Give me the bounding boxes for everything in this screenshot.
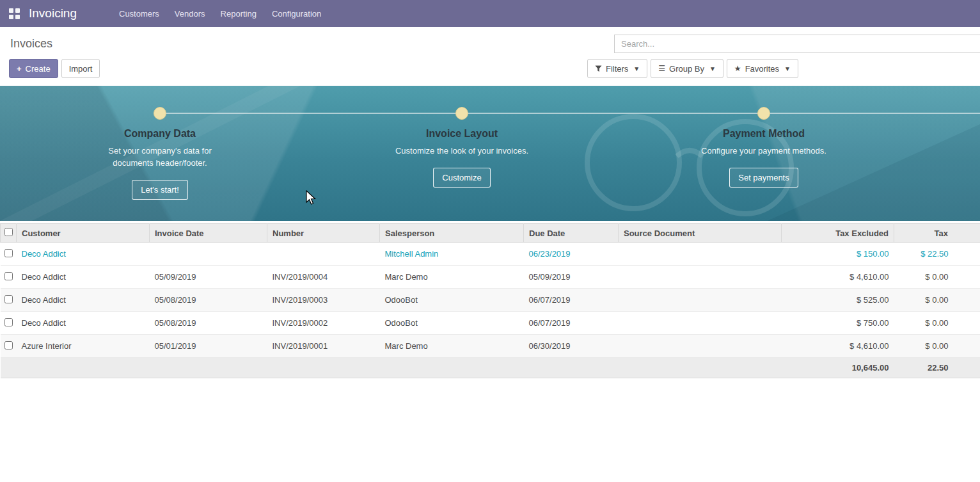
row-checkbox[interactable] [4,341,13,349]
search-option-buttons: Filters ▼ ☰ Group By ▼ ★ Favorites ▼ [587,59,798,78]
chevron-down-icon: ▼ [784,65,791,72]
column-header-due-date[interactable]: Due Date [524,224,619,243]
step-description: Configure your payment methods. [696,145,832,157]
row-checkbox[interactable] [4,318,13,326]
cell-salesperson: Marc Demo [380,266,524,289]
row-checkbox-cell [1,266,17,289]
cell-due-date: 06/07/2019 [524,312,619,335]
row-checkbox[interactable] [4,295,13,303]
cell-customer: Deco Addict [17,243,150,266]
step-dot-icon [455,107,468,120]
row-checkbox-cell [1,312,17,335]
favorites-button-label: Favorites [745,64,779,74]
cell-invoice-date: 05/08/2019 [150,312,267,335]
row-checkbox[interactable] [4,249,13,257]
cell-number [267,243,380,266]
filters-button[interactable]: Filters ▼ [587,59,647,78]
favorites-button[interactable]: ★ Favorites ▼ [727,59,798,78]
cell-invoice-date: 05/01/2019 [150,335,267,358]
cell-customer: Deco Addict [17,266,150,289]
menu-customers[interactable]: Customers [111,1,167,27]
column-header-invoice-date[interactable]: Invoice Date [150,224,267,243]
chevron-down-icon: ▼ [709,65,716,72]
cell-tax-excluded: $ 150.00 [782,243,894,266]
cell-number: INV/2019/0004 [267,266,380,289]
cell-tax-excluded: $ 4,610.00 [782,266,894,289]
step-dot-icon [154,107,166,120]
apps-menu-icon[interactable] [9,8,20,19]
cell-tax: $ 0.00 [894,335,980,358]
column-header-source-document[interactable]: Source Document [619,224,782,243]
filter-icon [595,65,602,72]
column-header-number[interactable]: Number [267,224,380,243]
cell-tax-excluded: $ 750.00 [782,312,894,335]
invoice-list: Customer Invoice Date Number Salesperson… [0,223,980,378]
table-row[interactable]: Deco Addict 05/08/2019 INV/2019/0002 Odo… [1,312,980,335]
cell-number: INV/2019/0001 [267,335,380,358]
cell-invoice-date: 05/09/2019 [150,266,267,289]
group-by-button[interactable]: ☰ Group By ▼ [651,59,723,78]
column-header-salesperson[interactable]: Salesperson [380,224,524,243]
cell-source-document [619,335,782,358]
column-header-tax[interactable]: Tax [894,224,980,243]
onboarding-step-invoice-layout: Invoice Layout Customize the look of you… [360,107,564,188]
set-payments-button[interactable]: Set payments [729,168,798,188]
cell-salesperson: OdooBot [380,289,524,312]
step-dot-icon [757,107,770,120]
table-row[interactable]: Deco Addict Mitchell Admin 06/23/2019 $ … [1,243,980,266]
page-title: Invoices [10,37,52,51]
cell-due-date: 06/23/2019 [524,243,619,266]
column-header-tax-excluded[interactable]: Tax Excluded [782,224,894,243]
cell-customer: Deco Addict [17,289,150,312]
table-row[interactable]: Deco Addict 05/08/2019 INV/2019/0003 Odo… [1,289,980,312]
search-input[interactable] [614,35,980,53]
search-box [614,35,980,53]
cell-source-document [619,243,782,266]
group-by-button-label: Group By [669,64,704,74]
top-navbar: Invoicing Customers Vendors Reporting Co… [0,0,980,27]
step-title: Company Data [58,128,262,140]
select-all-cell [1,224,17,243]
app-title[interactable]: Invoicing [29,6,77,20]
group-by-icon: ☰ [658,64,665,73]
cell-tax: $ 0.00 [894,312,980,335]
filters-button-label: Filters [606,64,628,74]
cell-tax-excluded: $ 525.00 [782,289,894,312]
cell-due-date: 06/30/2019 [524,335,619,358]
create-button-label: Create [26,64,51,74]
cell-tax: $ 0.00 [894,289,980,312]
cell-source-document [619,312,782,335]
column-header-customer[interactable]: Customer [17,224,150,243]
create-button[interactable]: + Create [9,59,58,78]
step-description: Set your company's data for documents he… [92,145,228,169]
table-row[interactable]: Azure Interior 05/01/2019 INV/2019/0001 … [1,335,980,358]
cell-number: INV/2019/0002 [267,312,380,335]
import-button-label: Import [69,64,93,74]
table-totals-row: 10,645.00 22.50 [1,358,980,378]
select-all-checkbox[interactable] [4,228,13,236]
step-title: Invoice Layout [360,128,564,140]
total-tax: 22.50 [894,358,980,378]
onboarding-step-company-data: Company Data Set your company's data for… [58,107,262,200]
totals-spacer [1,358,782,378]
plus-icon: + [17,64,22,74]
cell-invoice-date [150,243,267,266]
import-button[interactable]: Import [61,59,100,78]
cell-customer: Deco Addict [17,312,150,335]
row-checkbox-cell [1,335,17,358]
menu-reporting[interactable]: Reporting [213,1,264,27]
cell-customer: Azure Interior [17,335,150,358]
navbar-menu: Customers Vendors Reporting Configuratio… [111,1,329,27]
cell-tax-excluded: $ 4,610.00 [782,335,894,358]
step-title: Payment Method [661,128,866,140]
row-checkbox[interactable] [4,272,13,280]
lets-start-button[interactable]: Let's start! [132,180,188,200]
menu-configuration[interactable]: Configuration [264,1,329,27]
customize-button[interactable]: Customize [433,168,490,188]
onboarding-step-payment-method: Payment Method Configure your payment me… [661,107,866,188]
row-checkbox-cell [1,243,17,266]
cell-due-date: 06/07/2019 [524,289,619,312]
menu-vendors[interactable]: Vendors [167,1,213,27]
cell-source-document [619,289,782,312]
table-row[interactable]: Deco Addict 05/09/2019 INV/2019/0004 Mar… [1,266,980,289]
